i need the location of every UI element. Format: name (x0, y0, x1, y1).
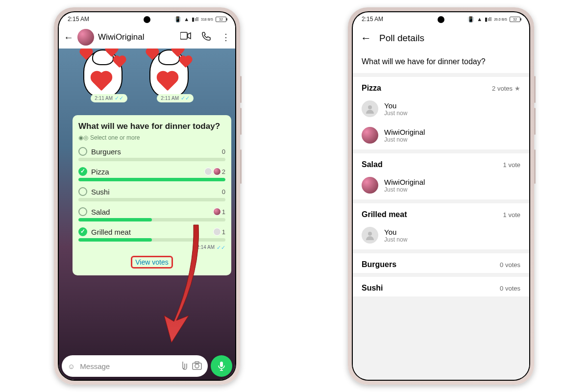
phone-right: 2:15 AM 📳 ▲ ▮ıll 26.0 B/S 32 ← Poll deta… (348, 7, 534, 385)
video-call-icon[interactable] (180, 32, 191, 43)
option-name: Pizza (362, 84, 381, 93)
poll-option-section: Salad1 voteWiwiOriginalJust now (353, 153, 529, 203)
more-icon[interactable]: ⋮ (221, 32, 230, 43)
poll-option[interactable]: Pizza2 (78, 167, 225, 181)
radio-icon[interactable] (78, 147, 87, 156)
vote-count: 1 vote (503, 161, 520, 169)
progress-bar (78, 198, 225, 201)
poll-option-section: Grilled meat1 voteYouJust now (353, 203, 529, 253)
vote-count: 0 votes (500, 261, 520, 269)
sticker-message[interactable]: 2:11 AM✓✓ (78, 49, 130, 102)
option-count: 1 (213, 228, 225, 236)
chat-header: ← WiwiOriginal ⋮ (59, 26, 235, 49)
progress-bar (78, 158, 225, 161)
battery-icon: 32 (510, 17, 520, 22)
option-count: 0 (222, 188, 225, 196)
clock: 2:15 AM (362, 16, 383, 23)
voter-avatar (362, 127, 378, 144)
contact-avatar[interactable] (77, 29, 94, 46)
wifi-icon: ▲ (184, 16, 189, 22)
progress-bar (78, 218, 225, 221)
read-ticks-icon: ✓✓ (217, 245, 225, 251)
message-time: 2:14 AM (196, 245, 215, 251)
option-name: Sushi (362, 284, 383, 293)
details-scroll[interactable]: What will we have for dinner today? Pizz… (353, 50, 529, 380)
vote-count: 0 votes (500, 285, 520, 292)
poll-option[interactable]: Burguers0 (78, 147, 225, 161)
poll-hint: ◉◎ Select one or more (78, 134, 225, 141)
signal-icon: ▮ıll (192, 16, 198, 23)
mic-button[interactable] (211, 355, 232, 377)
star-icon: ★ (514, 85, 520, 92)
details-header: ← Poll details (353, 26, 529, 50)
voter-time: Just now (384, 236, 407, 243)
net-speed: 26.0 B/S (494, 18, 507, 21)
chat-input-bar: ☺ Message (62, 355, 232, 377)
option-label: Burguers (91, 147, 218, 156)
voter-name: WiwiOriginal (384, 128, 425, 136)
radio-icon[interactable] (78, 187, 87, 196)
svg-point-5 (368, 105, 372, 109)
option-label: Salad (91, 208, 209, 216)
poll-message: What will we have for dinner today? ◉◎ S… (73, 115, 231, 275)
voter-time: Just now (384, 110, 407, 117)
radio-icon[interactable] (78, 207, 87, 216)
net-speed: 318 B/S (201, 18, 213, 21)
page-title: Poll details (379, 33, 424, 44)
checkmark-icon[interactable] (78, 227, 87, 236)
message-time: 2:11 AM (161, 96, 179, 101)
poll-option[interactable]: Sushi0 (78, 187, 225, 201)
attach-icon[interactable] (178, 361, 187, 372)
back-icon[interactable]: ← (64, 32, 74, 43)
camera-icon[interactable] (192, 361, 202, 371)
poll-option-section: Pizza2 votes★YouJust nowWiwiOriginalJust… (353, 77, 529, 153)
checkmark-icon[interactable] (78, 167, 87, 176)
battery-icon: 32 (216, 17, 226, 22)
voter-avatar (362, 227, 378, 244)
chat-background: 2:11 AM✓✓ 2:11 AM✓✓ What will we have fo… (59, 49, 235, 380)
option-name: Salad (362, 160, 383, 169)
svg-rect-0 (180, 32, 187, 39)
poll-option[interactable]: Grilled meat1 (78, 227, 225, 242)
voter-row[interactable]: WiwiOriginalJust now (353, 173, 529, 199)
voice-call-icon[interactable] (202, 32, 211, 43)
clock: 2:15 AM (68, 16, 89, 23)
sticker-message[interactable]: 2:11 AM✓✓ (145, 49, 196, 102)
wifi-icon: ▲ (477, 16, 482, 22)
emoji-icon[interactable]: ☺ (68, 362, 75, 370)
message-input[interactable]: ☺ Message (62, 355, 208, 377)
svg-point-6 (368, 232, 372, 236)
option-count: 2 (204, 168, 225, 175)
option-label: Sushi (91, 188, 218, 196)
vibrate-icon: 📳 (174, 16, 181, 23)
back-icon[interactable]: ← (361, 32, 371, 45)
voter-name: WiwiOriginal (384, 178, 425, 186)
voter-row[interactable]: WiwiOriginalJust now (353, 123, 529, 149)
voter-row[interactable]: YouJust now (353, 97, 529, 123)
vote-count: 1 vote (503, 211, 520, 219)
read-ticks-icon: ✓✓ (115, 95, 123, 101)
option-count: 0 (222, 148, 225, 155)
voter-avatar-icon (213, 168, 221, 175)
voter-avatar-icon (213, 208, 221, 216)
multiselect-icon: ◉◎ (78, 134, 88, 141)
input-placeholder: Message (80, 362, 110, 370)
vote-count: 2 votes★ (492, 85, 520, 92)
progress-bar (78, 178, 225, 181)
voter-avatar (362, 100, 378, 117)
poll-option[interactable]: Salad1 (78, 207, 225, 221)
voter-row[interactable]: YouJust now (353, 223, 529, 249)
contact-name[interactable]: WiwiOriginal (98, 32, 176, 42)
option-name: Grilled meat (362, 210, 407, 219)
view-votes-button[interactable]: View votes (78, 253, 225, 271)
option-label: Pizza (91, 168, 200, 176)
phone-left: 2:15 AM 📳 ▲ ▮ıll 318 B/S 32 ← WiwiOrigin… (54, 7, 240, 385)
option-label: Grilled meat (91, 228, 209, 236)
poll-option-section: Sushi0 votes (353, 277, 529, 300)
vibrate-icon: 📳 (467, 16, 474, 23)
voter-avatar (362, 177, 378, 194)
svg-point-2 (195, 364, 199, 368)
message-time: 2:11 AM (95, 96, 113, 101)
progress-bar (78, 238, 225, 242)
poll-question: What will we have for dinner today? (78, 121, 225, 131)
